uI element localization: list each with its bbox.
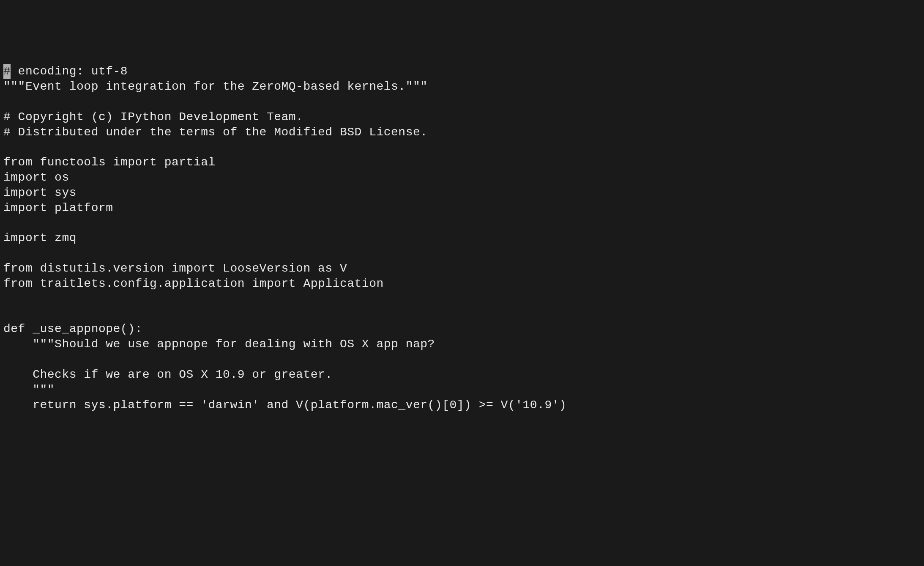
code-line: import sys <box>3 185 921 201</box>
code-line: # Copyright (c) IPython Development Team… <box>3 110 921 125</box>
code-line: import platform <box>3 201 921 216</box>
code-editor[interactable]: # encoding: utf-8"""Event loop integrati… <box>3 64 921 412</box>
code-line <box>3 352 921 367</box>
code-line: def _use_appnope(): <box>3 321 921 337</box>
code-line: """ <box>3 382 921 398</box>
code-line <box>3 216 921 231</box>
cursor-block: # <box>3 64 11 79</box>
code-line: return sys.platform == 'darwin' and V(pl… <box>3 398 921 413</box>
code-line <box>3 94 921 110</box>
code-text: encoding: utf-8 <box>11 65 128 78</box>
code-line: import zmq <box>3 231 921 246</box>
code-line <box>3 307 921 322</box>
code-line: # encoding: utf-8 <box>3 64 921 79</box>
code-line: import os <box>3 170 921 185</box>
code-line <box>3 140 921 155</box>
code-line: from functools import partial <box>3 155 921 170</box>
code-line <box>3 246 921 261</box>
code-line: Checks if we are on OS X 10.9 or greater… <box>3 367 921 382</box>
code-line: # Distributed under the terms of the Mod… <box>3 125 921 140</box>
code-line: """Should we use appnope for dealing wit… <box>3 337 921 352</box>
code-line <box>3 291 921 307</box>
code-line: from distutils.version import LooseVersi… <box>3 261 921 276</box>
code-line: """Event loop integration for the ZeroMQ… <box>3 79 921 94</box>
code-line: from traitlets.config.application import… <box>3 276 921 291</box>
